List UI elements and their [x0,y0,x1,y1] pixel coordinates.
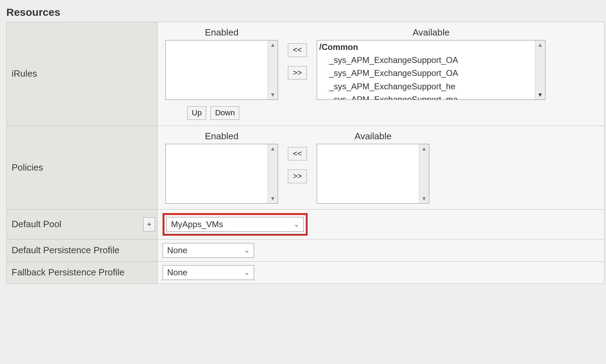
list-item[interactable]: _sys_APM_ExchangeSupport_he [319,80,535,93]
label-policies: Policies [7,126,158,209]
list-item[interactable]: _sys_APM_ExchangeSupport_OA [319,53,535,66]
scrollbar[interactable]: ▲ ▼ [267,40,278,100]
heading-available: Available [317,131,429,142]
scroll-up-icon[interactable]: ▲ [270,144,276,153]
label-default-persistence: Default Persistence Profile [7,239,158,261]
row-fallback-persistence: Fallback Persistence Profile None ⌄ [7,261,605,283]
label-irules: iRules [7,22,158,126]
list-item[interactable]: _sys_APM_ExchangeSupport_OA [319,66,535,79]
list-item[interactable]: _sys_APM_ExchangeSupport_ma [319,93,535,100]
scrollbar[interactable]: ▲ ▼ [535,40,545,100]
scroll-down-icon[interactable]: ▼ [421,194,427,203]
fallback-persistence-value: None [167,268,187,277]
default-persistence-value: None [167,245,187,255]
irules-available-listbox[interactable]: /Common_sys_APM_ExchangeSupport_OA_sys_A… [317,40,545,100]
down-button[interactable]: Down [210,106,239,120]
default-pool-value: MyApps_VMs [171,219,223,229]
chevron-down-icon: ⌄ [244,247,250,254]
scroll-up-icon[interactable]: ▲ [270,40,276,50]
label-default-pool: Default Pool [12,219,62,229]
policies-enabled-listbox[interactable]: ▲ ▼ [165,144,278,204]
row-irules: iRules Enabled ▲ ▼ [7,22,605,126]
move-right-button[interactable]: >> [288,66,307,80]
row-default-pool: Default Pool + MyApps_VMs ⌄ [7,209,605,239]
row-policies: Policies Enabled ▲ ▼ [7,126,605,209]
default-pool-highlight: MyApps_VMs ⌄ [163,213,308,236]
section-title: Resources [6,6,605,18]
scroll-up-icon[interactable]: ▲ [421,144,427,153]
policies-available-listbox[interactable]: ▲ ▼ [317,144,429,204]
default-persistence-select[interactable]: None ⌄ [163,243,254,258]
row-default-persistence: Default Persistence Profile None ⌄ [7,239,605,261]
scrollbar[interactable]: ▲ ▼ [267,144,278,203]
move-right-button[interactable]: >> [288,170,307,183]
label-fallback-persistence: Fallback Persistence Profile [7,261,158,283]
heading-enabled: Enabled [165,131,278,142]
scroll-up-icon[interactable]: ▲ [537,40,543,50]
scroll-down-icon[interactable]: ▼ [270,194,276,203]
heading-enabled: Enabled [165,27,278,38]
scrollbar[interactable]: ▲ ▼ [419,144,429,203]
heading-available: Available [317,27,545,38]
add-pool-button[interactable]: + [143,217,155,231]
resources-table: iRules Enabled ▲ ▼ [6,22,605,284]
default-pool-select[interactable]: MyApps_VMs ⌄ [166,217,304,232]
irules-enabled-listbox[interactable]: ▲ ▼ [165,40,278,100]
scroll-down-icon[interactable]: ▼ [537,90,543,100]
list-group: /Common [319,40,535,53]
chevron-down-icon: ⌄ [294,221,299,228]
move-left-button[interactable]: << [288,43,307,57]
scroll-down-icon[interactable]: ▼ [270,90,276,100]
up-button[interactable]: Up [187,106,206,120]
fallback-persistence-select[interactable]: None ⌄ [163,265,254,280]
chevron-down-icon: ⌄ [244,269,250,276]
move-left-button[interactable]: << [288,147,307,161]
